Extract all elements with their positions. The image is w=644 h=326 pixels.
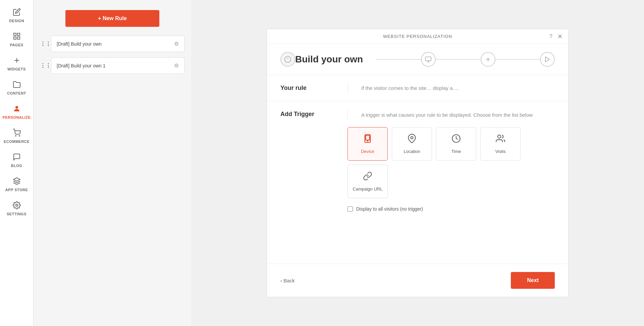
trigger-card-label-visits: Visits bbox=[495, 149, 506, 154]
step-circle-1 bbox=[280, 52, 295, 67]
trigger-card-visits[interactable]: Visits bbox=[480, 127, 521, 161]
svg-rect-1 bbox=[17, 33, 20, 36]
sidebar-item-widgets[interactable]: WIDGETS bbox=[0, 52, 33, 76]
wizard-steps: Build your own bbox=[267, 44, 568, 75]
sidebar-item-pages[interactable]: PAGES bbox=[0, 28, 33, 52]
svg-rect-2 bbox=[14, 37, 16, 39]
add-trigger-description: A trigger is what causes your rule to be… bbox=[361, 111, 533, 119]
your-rule-section: Your rule If the visitor comes to the si… bbox=[267, 75, 568, 101]
svg-point-6 bbox=[15, 106, 18, 109]
widgets-icon bbox=[13, 56, 21, 65]
gear-icon-1[interactable]: ⚙ bbox=[174, 41, 179, 47]
trigger-card-location[interactable]: Location bbox=[392, 127, 432, 161]
rule-item-1[interactable]: [Draft] Build your own ⚙ bbox=[51, 36, 184, 52]
trigger-card-label-time: Time bbox=[451, 149, 461, 154]
your-rule-description: If the visitor comes to the site… displa… bbox=[361, 85, 459, 91]
display-all-label[interactable]: Display to all visitors (no trigger) bbox=[356, 206, 423, 212]
trigger-card-device[interactable]: Device bbox=[347, 127, 388, 161]
personalize-icon bbox=[13, 105, 21, 113]
svg-rect-20 bbox=[366, 135, 370, 140]
rule-item-wrapper-2: ⋮⋮ [Draft] Build your own 1 ⚙ bbox=[40, 57, 184, 74]
main-content: WEBSITE PERSONALIZATION ? ✕ Build your o… bbox=[191, 0, 644, 326]
step-divider-2 bbox=[435, 59, 481, 60]
appstore-icon bbox=[13, 177, 21, 186]
help-icon[interactable]: ? bbox=[549, 34, 553, 40]
campaign-url-icon bbox=[363, 171, 372, 183]
sidebar: DESIGN PAGES WIDGETS CONTENT PERSONALIZE… bbox=[0, 0, 34, 326]
step-divider-3 bbox=[495, 59, 540, 60]
modal-footer: ‹ Back Next bbox=[267, 264, 568, 297]
svg-point-7 bbox=[15, 135, 16, 136]
trigger-card-label-campaign-url: Campaign URL bbox=[353, 186, 383, 192]
rule-item-label-1: [Draft] Build your own bbox=[57, 41, 102, 47]
close-icon[interactable]: ✕ bbox=[557, 33, 563, 40]
step-circle-3 bbox=[481, 52, 495, 67]
settings-icon bbox=[13, 201, 21, 210]
wizard-title: Build your own bbox=[295, 54, 363, 65]
pencil-icon bbox=[13, 8, 21, 17]
gear-icon-2[interactable]: ⚙ bbox=[174, 62, 179, 69]
next-button[interactable]: Next bbox=[511, 272, 555, 289]
svg-point-24 bbox=[498, 135, 501, 138]
svg-point-21 bbox=[367, 140, 368, 141]
sidebar-item-settings[interactable]: SETTINGS bbox=[0, 197, 33, 221]
sidebar-label-pages: PAGES bbox=[10, 43, 23, 47]
trigger-card-time[interactable]: Time bbox=[436, 127, 476, 161]
your-rule-label: Your rule bbox=[280, 85, 334, 92]
sidebar-label-widgets: WIDGETS bbox=[7, 67, 26, 71]
location-icon bbox=[407, 134, 417, 146]
svg-point-9 bbox=[16, 204, 18, 206]
time-icon bbox=[451, 134, 461, 146]
modal: WEBSITE PERSONALIZATION ? ✕ Build your o… bbox=[267, 29, 569, 297]
trigger-card-label-device: Device bbox=[361, 149, 374, 154]
display-all-checkbox[interactable] bbox=[347, 206, 353, 212]
drag-handle-1[interactable]: ⋮⋮ bbox=[40, 41, 51, 47]
pages-icon bbox=[13, 32, 21, 41]
step-circle-2 bbox=[421, 52, 436, 67]
svg-rect-3 bbox=[17, 37, 20, 39]
step-circle-4 bbox=[540, 52, 555, 67]
svg-rect-0 bbox=[14, 33, 16, 36]
trigger-header-row: Add Trigger A trigger is what causes you… bbox=[280, 111, 555, 119]
sidebar-item-blog[interactable]: BLOG bbox=[0, 148, 33, 172]
sidebar-item-content[interactable]: CONTENT bbox=[0, 76, 33, 100]
add-trigger-label: Add Trigger bbox=[280, 111, 334, 118]
modal-header: WEBSITE PERSONALIZATION ? ✕ bbox=[267, 29, 568, 44]
trigger-section: Add Trigger A trigger is what causes you… bbox=[267, 101, 568, 221]
rule-item-2[interactable]: [Draft] Build your own 1 ⚙ bbox=[51, 57, 184, 74]
sidebar-label-content: CONTENT bbox=[7, 91, 26, 95]
sidebar-label-appstore: APP STORE bbox=[5, 188, 28, 192]
svg-marker-18 bbox=[545, 57, 549, 62]
blog-icon bbox=[13, 153, 21, 162]
ecommerce-icon bbox=[13, 129, 21, 138]
trigger-card-label-location: Location bbox=[404, 149, 420, 154]
modal-title: WEBSITE PERSONALIZATION bbox=[383, 34, 452, 39]
visits-icon bbox=[496, 134, 505, 146]
sidebar-label-blog: BLOG bbox=[11, 164, 22, 168]
svg-point-8 bbox=[19, 135, 20, 136]
drag-handle-2[interactable]: ⋮⋮ bbox=[40, 62, 51, 69]
content-icon bbox=[13, 80, 21, 89]
rules-panel: + New Rule ⋮⋮ [Draft] Build your own ⚙ ⋮… bbox=[34, 0, 191, 326]
sidebar-label-design: DESIGN bbox=[9, 19, 24, 23]
trigger-cards: Device Location Time bbox=[347, 127, 555, 198]
rule-item-label-2: [Draft] Build your own 1 bbox=[57, 63, 106, 68]
sidebar-item-appstore[interactable]: APP STORE bbox=[0, 172, 33, 197]
sidebar-item-design[interactable]: DESIGN bbox=[0, 3, 33, 28]
sidebar-label-personalize: PERSONALIZE bbox=[3, 115, 31, 119]
device-icon bbox=[363, 134, 372, 146]
trigger-card-campaign-url[interactable]: Campaign URL bbox=[347, 165, 388, 198]
svg-point-22 bbox=[411, 137, 413, 139]
sidebar-label-ecommerce: ECOMMERCE bbox=[4, 140, 30, 144]
step-divider-1 bbox=[376, 59, 421, 60]
svg-rect-13 bbox=[426, 57, 431, 61]
display-all-row: Display to all visitors (no trigger) bbox=[347, 206, 555, 212]
new-rule-button[interactable]: + New Rule bbox=[65, 10, 159, 27]
sidebar-item-ecommerce[interactable]: ECOMMERCE bbox=[0, 124, 33, 148]
rule-item-wrapper-1: ⋮⋮ [Draft] Build your own ⚙ bbox=[40, 36, 184, 52]
sidebar-label-settings: SETTINGS bbox=[7, 212, 26, 216]
sidebar-item-personalize[interactable]: PERSONALIZE bbox=[0, 100, 33, 124]
back-button[interactable]: ‹ Back bbox=[280, 278, 295, 283]
